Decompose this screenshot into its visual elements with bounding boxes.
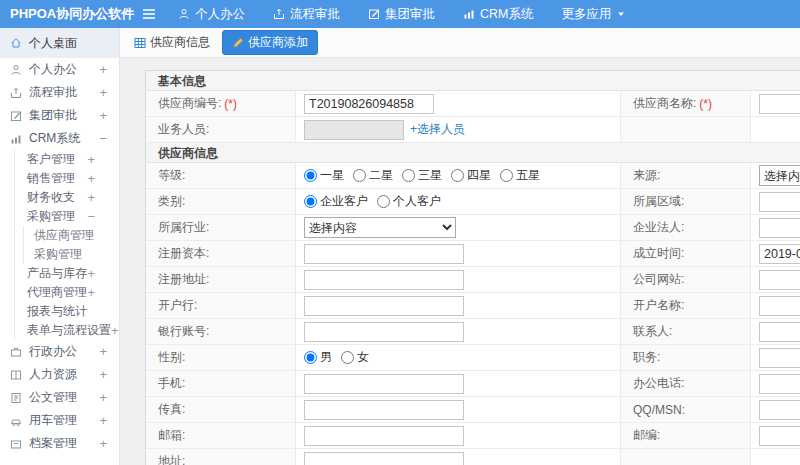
zipcode-input[interactable] (759, 426, 800, 446)
position-input[interactable] (759, 348, 800, 368)
founded-date-input[interactable] (759, 244, 800, 264)
website-input[interactable] (759, 270, 800, 290)
sidebar-item-label: CRM系统 (29, 130, 80, 147)
label-text: 手机: (158, 375, 185, 392)
level-radio-3[interactable]: 四星 (451, 167, 491, 184)
expander-icon[interactable]: + (111, 323, 120, 338)
topnav-item-crm-system[interactable]: CRM系统 (463, 6, 533, 23)
select-staff-link[interactable]: +选择人员 (410, 121, 465, 138)
sidebar-item-label: 代理商管理 (27, 284, 87, 301)
level-radio-0[interactable]: 一星 (304, 167, 344, 184)
gender-radio-input[interactable] (341, 351, 354, 364)
legal-person-input[interactable] (759, 218, 800, 238)
field-label: 性别: (146, 345, 296, 370)
level-radio-2[interactable]: 三星 (402, 167, 442, 184)
expander-icon[interactable]: + (99, 390, 111, 405)
qq-msn-input[interactable] (759, 400, 800, 420)
business-staff-input[interactable] (304, 120, 404, 140)
sidebar-item-document-mgmt[interactable]: 公文管理+ (0, 386, 119, 409)
sidebar-item-sales-mgmt[interactable]: 销售管理+ (15, 169, 119, 188)
radio-label: 五星 (516, 167, 540, 184)
level-radio-input[interactable] (451, 169, 464, 182)
label-text: 性别: (158, 349, 185, 366)
registered-capital-input[interactable] (304, 244, 464, 264)
sidebar-item-group-approval[interactable]: 集团审批+ (0, 104, 119, 127)
gender-radio-input[interactable] (304, 351, 317, 364)
expander-icon[interactable]: + (87, 266, 105, 281)
sidebar-item-product-inventory[interactable]: 产品与库存+ (15, 264, 119, 283)
account-name-input[interactable] (759, 296, 800, 316)
sidebar-item-crm-system[interactable]: CRM系统− (0, 127, 119, 150)
category-radio-input[interactable] (377, 195, 390, 208)
sidebar-item-workflow-approval[interactable]: 流程审批+ (0, 81, 119, 104)
sidebar-item-admin-office[interactable]: 行政办公+ (0, 340, 119, 363)
expander-icon[interactable]: + (87, 190, 105, 205)
sidebar-item-hr[interactable]: 人力资源+ (0, 363, 119, 386)
field-label: QQ/MSN: (621, 397, 751, 422)
address-input[interactable] (304, 452, 464, 465)
level-radio-input[interactable] (304, 169, 317, 182)
expander-icon[interactable]: − (99, 131, 111, 146)
tab-supplier-info[interactable]: 供应商信息 (134, 34, 210, 51)
sidebar-item-label: 销售管理 (27, 170, 75, 187)
sidebar-item-purchase-mgmt[interactable]: 采购管理 (24, 245, 119, 264)
expander-icon[interactable]: + (87, 285, 105, 300)
sidebar-item-procurement-mgmt[interactable]: 采购管理− (15, 207, 119, 226)
field-label: 供应商名称:(*) (621, 91, 751, 116)
category-radio-1[interactable]: 个人客户 (377, 193, 441, 210)
industry-select[interactable]: 选择内容 (304, 217, 456, 238)
expander-icon[interactable]: + (99, 85, 111, 100)
sidebar-item-reports-statistics[interactable]: 报表与统计 (15, 302, 119, 321)
sidebar-item-agent-mgmt[interactable]: 代理商管理+ (15, 283, 119, 302)
tab-supplier-add[interactable]: 供应商添加 (222, 30, 318, 55)
gender-radio-0[interactable]: 男 (304, 349, 332, 366)
category-radio-input[interactable] (304, 195, 317, 208)
fax-input[interactable] (304, 400, 464, 420)
expander-icon[interactable]: − (87, 209, 105, 224)
contact-input[interactable] (759, 322, 800, 342)
mobile-input[interactable] (304, 374, 464, 394)
menu-toggle-icon[interactable] (130, 8, 168, 20)
expander-icon[interactable]: + (99, 413, 111, 428)
expander-icon[interactable]: + (99, 108, 111, 123)
sidebar-item-supplier-mgmt[interactable]: 供应商管理 (24, 226, 119, 245)
region-input[interactable] (759, 192, 800, 212)
level-radio-4[interactable]: 五星 (500, 167, 540, 184)
supplier-name-input[interactable] (759, 94, 800, 114)
sidebar-item-archive-mgmt[interactable]: 档案管理+ (0, 432, 119, 455)
topnav-item-personal-office[interactable]: 个人办公 (178, 6, 245, 23)
label-text: QQ/MSN: (633, 403, 685, 417)
sidebar-item-customer-mgmt[interactable]: 客户管理+ (15, 150, 119, 169)
expander-icon[interactable]: + (87, 171, 105, 186)
level-radio-input[interactable] (500, 169, 513, 182)
category-radio-0[interactable]: 企业客户 (304, 193, 368, 210)
book-icon (10, 369, 22, 381)
label-text: 所属区域: (633, 193, 684, 210)
expander-icon[interactable]: + (87, 152, 105, 167)
supplier-code-input[interactable] (304, 94, 434, 114)
sidebar-item-personal-desktop[interactable]: 个人桌面 (0, 28, 119, 58)
bank-account-input[interactable] (304, 322, 464, 342)
sidebar-item-form-workflow-settings[interactable]: 表单与流程设置+ (15, 321, 119, 340)
expander-icon[interactable]: + (99, 344, 111, 359)
expander-icon[interactable]: + (99, 436, 111, 451)
level-radio-input[interactable] (353, 169, 366, 182)
address-cell (296, 449, 621, 465)
sidebar-item-vehicle-mgmt[interactable]: 用车管理+ (0, 409, 119, 432)
office-phone-input[interactable] (759, 374, 800, 394)
expander-icon[interactable]: + (99, 62, 111, 77)
level-radio-input[interactable] (402, 169, 415, 182)
sidebar-item-finance[interactable]: 财务收支+ (15, 188, 119, 207)
registered-address-input[interactable] (304, 270, 464, 290)
bank-account-cell (296, 319, 621, 344)
email-input[interactable] (304, 426, 464, 446)
topnav-item-group-approval[interactable]: 集团审批 (368, 6, 435, 23)
bank-input[interactable] (304, 296, 464, 316)
gender-radio-1[interactable]: 女 (341, 349, 369, 366)
expander-icon[interactable]: + (99, 367, 111, 382)
topnav-item-workflow-approval[interactable]: 流程审批 (273, 6, 340, 23)
sidebar-item-personal-office[interactable]: 个人办公+ (0, 58, 119, 81)
topnav-item-more-apps[interactable]: 更多应用 (561, 6, 626, 23)
level-radio-1[interactable]: 二星 (353, 167, 393, 184)
source-select[interactable]: 选择内容 (759, 165, 800, 186)
